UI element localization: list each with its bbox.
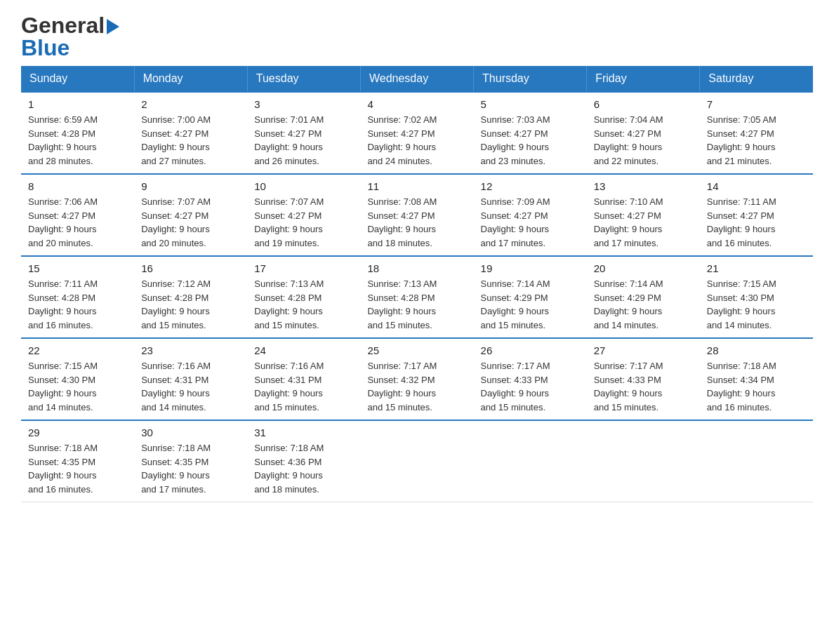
calendar-cell: 27Sunrise: 7:17 AMSunset: 4:33 PMDayligh… [587,338,700,420]
day-header-sunday: Sunday [21,66,134,92]
day-info: Sunrise: 7:06 AMSunset: 4:27 PMDaylight:… [28,195,127,250]
day-info: Sunrise: 7:16 AMSunset: 4:31 PMDaylight:… [254,359,353,414]
day-number: 22 [28,344,127,356]
day-number: 3 [254,98,353,110]
day-info: Sunrise: 7:18 AMSunset: 4:36 PMDaylight:… [254,441,353,496]
day-info: Sunrise: 7:18 AMSunset: 4:34 PMDaylight:… [707,359,806,414]
calendar-cell: 21Sunrise: 7:15 AMSunset: 4:30 PMDayligh… [700,256,813,338]
calendar-cell [474,420,587,502]
day-number: 23 [141,344,240,356]
calendar-cell: 9Sunrise: 7:07 AMSunset: 4:27 PMDaylight… [134,174,247,256]
calendar-week-1: 1Sunrise: 6:59 AMSunset: 4:28 PMDaylight… [21,92,813,174]
day-info: Sunrise: 7:03 AMSunset: 4:27 PMDaylight:… [481,113,580,168]
calendar-week-4: 22Sunrise: 7:15 AMSunset: 4:30 PMDayligh… [21,338,813,420]
calendar-cell: 30Sunrise: 7:18 AMSunset: 4:35 PMDayligh… [134,420,247,502]
day-header-wednesday: Wednesday [360,66,473,92]
day-number: 26 [481,344,580,356]
day-info: Sunrise: 7:08 AMSunset: 4:27 PMDaylight:… [367,195,466,250]
day-number: 18 [367,262,466,274]
day-number: 30 [141,427,240,438]
day-number: 8 [28,180,127,192]
logo-general-text: General [21,14,105,36]
calendar-cell: 4Sunrise: 7:02 AMSunset: 4:27 PMDaylight… [360,92,473,174]
day-number: 16 [141,262,240,274]
day-info: Sunrise: 7:15 AMSunset: 4:30 PMDaylight:… [28,359,127,414]
calendar-cell: 19Sunrise: 7:14 AMSunset: 4:29 PMDayligh… [474,256,587,338]
day-info: Sunrise: 7:16 AMSunset: 4:31 PMDaylight:… [141,359,240,414]
day-info: Sunrise: 7:13 AMSunset: 4:28 PMDaylight:… [254,277,353,332]
day-info: Sunrise: 6:59 AMSunset: 4:28 PMDaylight:… [28,113,127,168]
day-number: 28 [707,344,806,356]
day-number: 12 [481,180,580,192]
calendar-cell [587,420,700,502]
day-number: 9 [141,180,240,192]
calendar-cell: 16Sunrise: 7:12 AMSunset: 4:28 PMDayligh… [134,256,247,338]
calendar-week-2: 8Sunrise: 7:06 AMSunset: 4:27 PMDaylight… [21,174,813,256]
day-info: Sunrise: 7:11 AMSunset: 4:27 PMDaylight:… [707,195,806,250]
day-number: 4 [367,98,466,110]
calendar-week-3: 15Sunrise: 7:11 AMSunset: 4:28 PMDayligh… [21,256,813,338]
calendar-cell: 14Sunrise: 7:11 AMSunset: 4:27 PMDayligh… [700,174,813,256]
day-number: 10 [254,180,353,192]
logo-arrow-icon [107,19,119,34]
day-info: Sunrise: 7:11 AMSunset: 4:28 PMDaylight:… [28,277,127,332]
day-number: 21 [707,262,806,274]
page-header: General Blue [21,14,813,59]
day-info: Sunrise: 7:12 AMSunset: 4:28 PMDaylight:… [141,277,240,332]
calendar-cell: 29Sunrise: 7:18 AMSunset: 4:35 PMDayligh… [21,420,134,502]
day-info: Sunrise: 7:14 AMSunset: 4:29 PMDaylight:… [594,277,693,332]
day-number: 15 [28,262,127,274]
calendar-cell: 20Sunrise: 7:14 AMSunset: 4:29 PMDayligh… [587,256,700,338]
day-number: 1 [28,98,127,110]
day-header-tuesday: Tuesday [247,66,360,92]
day-number: 5 [481,98,580,110]
calendar-cell [360,420,473,502]
logo: General Blue [21,14,119,59]
day-info: Sunrise: 7:17 AMSunset: 4:33 PMDaylight:… [594,359,693,414]
day-info: Sunrise: 7:18 AMSunset: 4:35 PMDaylight:… [141,441,240,496]
day-info: Sunrise: 7:15 AMSunset: 4:30 PMDaylight:… [707,277,806,332]
calendar-cell: 1Sunrise: 6:59 AMSunset: 4:28 PMDaylight… [21,92,134,174]
day-info: Sunrise: 7:04 AMSunset: 4:27 PMDaylight:… [594,113,693,168]
day-info: Sunrise: 7:02 AMSunset: 4:27 PMDaylight:… [367,113,466,168]
day-number: 29 [28,427,127,438]
day-number: 6 [594,98,693,110]
calendar-cell: 31Sunrise: 7:18 AMSunset: 4:36 PMDayligh… [247,420,360,502]
calendar-cell: 24Sunrise: 7:16 AMSunset: 4:31 PMDayligh… [247,338,360,420]
calendar-cell: 28Sunrise: 7:18 AMSunset: 4:34 PMDayligh… [700,338,813,420]
day-info: Sunrise: 7:00 AMSunset: 4:27 PMDaylight:… [141,113,240,168]
day-info: Sunrise: 7:17 AMSunset: 4:32 PMDaylight:… [367,359,466,414]
calendar-header: SundayMondayTuesdayWednesdayThursdayFrid… [21,66,813,92]
day-info: Sunrise: 7:05 AMSunset: 4:27 PMDaylight:… [707,113,806,168]
day-number: 11 [367,180,466,192]
calendar-cell: 7Sunrise: 7:05 AMSunset: 4:27 PMDaylight… [700,92,813,174]
day-info: Sunrise: 7:13 AMSunset: 4:28 PMDaylight:… [367,277,466,332]
day-number: 31 [254,427,353,438]
calendar-cell: 10Sunrise: 7:07 AMSunset: 4:27 PMDayligh… [247,174,360,256]
calendar-cell: 11Sunrise: 7:08 AMSunset: 4:27 PMDayligh… [360,174,473,256]
day-number: 25 [367,344,466,356]
calendar-cell: 23Sunrise: 7:16 AMSunset: 4:31 PMDayligh… [134,338,247,420]
day-header-monday: Monday [134,66,247,92]
day-info: Sunrise: 7:17 AMSunset: 4:33 PMDaylight:… [481,359,580,414]
day-info: Sunrise: 7:09 AMSunset: 4:27 PMDaylight:… [481,195,580,250]
day-number: 14 [707,180,806,192]
calendar-cell: 18Sunrise: 7:13 AMSunset: 4:28 PMDayligh… [360,256,473,338]
day-info: Sunrise: 7:01 AMSunset: 4:27 PMDaylight:… [254,113,353,168]
day-number: 27 [594,344,693,356]
calendar-cell: 6Sunrise: 7:04 AMSunset: 4:27 PMDaylight… [587,92,700,174]
calendar-cell: 26Sunrise: 7:17 AMSunset: 4:33 PMDayligh… [474,338,587,420]
day-header-saturday: Saturday [700,66,813,92]
calendar-cell: 17Sunrise: 7:13 AMSunset: 4:28 PMDayligh… [247,256,360,338]
calendar-week-5: 29Sunrise: 7:18 AMSunset: 4:35 PMDayligh… [21,420,813,502]
day-info: Sunrise: 7:07 AMSunset: 4:27 PMDaylight:… [254,195,353,250]
day-info: Sunrise: 7:14 AMSunset: 4:29 PMDaylight:… [481,277,580,332]
day-header-thursday: Thursday [474,66,587,92]
calendar-cell: 25Sunrise: 7:17 AMSunset: 4:32 PMDayligh… [360,338,473,420]
day-number: 7 [707,98,806,110]
logo-blue-text: Blue [21,36,70,59]
day-number: 2 [141,98,240,110]
calendar-table: SundayMondayTuesdayWednesdayThursdayFrid… [21,66,813,502]
calendar-cell: 22Sunrise: 7:15 AMSunset: 4:30 PMDayligh… [21,338,134,420]
calendar-cell: 8Sunrise: 7:06 AMSunset: 4:27 PMDaylight… [21,174,134,256]
